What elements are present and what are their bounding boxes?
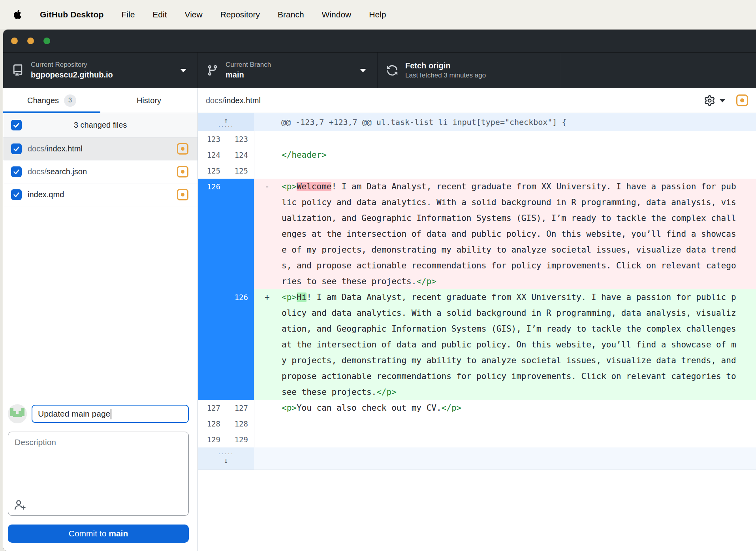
new-line-number[interactable]: 129: [226, 432, 254, 447]
toolbar-filler: [560, 53, 756, 88]
window-title-bar[interactable]: [3, 30, 756, 52]
expand-down-control[interactable]: ·····↓: [198, 447, 254, 470]
gear-icon: [704, 95, 715, 106]
new-line-number[interactable]: 126: [226, 289, 254, 305]
new-line-number[interactable]: [226, 337, 254, 353]
new-line-number[interactable]: 123: [226, 131, 254, 147]
new-line-number[interactable]: 127: [226, 400, 254, 416]
main-content: Changes 3 History 3 changed files docs/i…: [3, 88, 756, 551]
description-input[interactable]: [8, 432, 189, 516]
diff-line-content: lic policy and data analytics. With a so…: [254, 194, 756, 210]
changed-files-list: docs/index.htmldocs/search.jsonindex.qmd: [3, 138, 197, 206]
current-branch-button[interactable]: Current Branch main: [197, 53, 377, 88]
new-line-number[interactable]: [226, 226, 254, 242]
hunk-header-row: ↑·····@@ -123,7 +123,7 @@ ul.task-list l…: [198, 113, 756, 131]
old-line-number[interactable]: [198, 353, 226, 368]
diff-line: at the intersection of data and public p…: [198, 337, 756, 353]
tab-changes-label: Changes: [27, 96, 59, 105]
current-repository-button[interactable]: Current Repository bgpopescu2.github.io: [3, 53, 197, 88]
menu-item-help[interactable]: Help: [369, 10, 386, 19]
file-row[interactable]: docs/search.json: [3, 160, 197, 183]
menu-app-name[interactable]: GitHub Desktop: [40, 10, 103, 19]
diff-options-button[interactable]: [704, 95, 726, 106]
old-line-number[interactable]: 124: [198, 147, 226, 163]
new-line-number[interactable]: [226, 321, 254, 337]
new-line-number[interactable]: [226, 368, 254, 384]
old-line-number[interactable]: [198, 305, 226, 321]
new-line-number[interactable]: [226, 194, 254, 210]
new-line-number[interactable]: [226, 210, 254, 226]
old-line-number[interactable]: [198, 274, 226, 289]
file-name-label: docs/index.html: [28, 144, 83, 153]
old-line-number[interactable]: 128: [198, 416, 226, 432]
modified-status-icon: [177, 166, 188, 177]
summary-input[interactable]: Updated main page: [32, 405, 189, 423]
old-line-number[interactable]: [198, 337, 226, 353]
old-line-number[interactable]: 126: [198, 179, 226, 194]
minimize-window-button[interactable]: [27, 38, 34, 44]
new-line-number[interactable]: 124: [226, 147, 254, 163]
diff-line-content: olicy and data analytics. With a solid b…: [254, 305, 756, 321]
old-line-number[interactable]: [198, 242, 226, 258]
new-line-number[interactable]: [226, 384, 254, 400]
new-line-number[interactable]: 125: [226, 163, 254, 179]
tab-changes[interactable]: Changes 3: [3, 88, 100, 113]
file-row[interactable]: index.qmd: [3, 183, 197, 206]
old-line-number[interactable]: [198, 368, 226, 384]
diff-line: lic policy and data analytics. With a so…: [198, 194, 756, 210]
menu-item-window[interactable]: Window: [322, 10, 352, 19]
new-line-number[interactable]: [226, 242, 254, 258]
new-line-number[interactable]: [226, 258, 254, 274]
old-line-number[interactable]: [198, 258, 226, 274]
zoom-window-button[interactable]: [43, 38, 50, 44]
new-line-number[interactable]: [226, 274, 254, 289]
diff-line-content: enges at the intersection of data and pu…: [254, 226, 756, 242]
commit-to-main-button[interactable]: Commit to main: [8, 525, 189, 543]
diff-line-content: ation, and Geographic Information System…: [254, 321, 756, 337]
old-line-number[interactable]: [198, 289, 226, 305]
select-all-checkbox[interactable]: [11, 120, 22, 130]
new-line-number[interactable]: 128: [226, 416, 254, 432]
checkmark-icon: [13, 191, 20, 198]
file-checkbox[interactable]: [11, 166, 22, 177]
file-checkbox[interactable]: [11, 189, 22, 200]
diff-line: 125125: [198, 163, 756, 179]
menu-item-edit[interactable]: Edit: [152, 10, 167, 19]
menu-item-branch[interactable]: Branch: [278, 10, 304, 19]
menu-item-repository[interactable]: Repository: [220, 10, 260, 19]
old-line-number[interactable]: 123: [198, 131, 226, 147]
old-line-number[interactable]: 125: [198, 163, 226, 179]
diff-line: 127127<p>You can also check out my CV.</…: [198, 400, 756, 416]
file-row[interactable]: docs/index.html: [3, 138, 197, 160]
expand-down-icon: ↓: [224, 457, 228, 464]
fetch-origin-button[interactable]: Fetch origin Last fetched 3 minutes ago: [377, 53, 560, 88]
diff-line-content: ries to see these projects.</p>: [254, 274, 756, 289]
old-line-number[interactable]: 127: [198, 400, 226, 416]
fetch-origin-sublabel: Last fetched 3 minutes ago: [405, 71, 486, 80]
diff-line: e of my projects, demonstrating my abili…: [198, 242, 756, 258]
modified-status-icon: [177, 143, 188, 155]
old-line-number[interactable]: [198, 194, 226, 210]
old-line-number[interactable]: [198, 384, 226, 400]
new-line-number[interactable]: [226, 305, 254, 321]
tab-history[interactable]: History: [100, 88, 197, 113]
current-repository-value: bgpopescu2.github.io: [31, 70, 113, 80]
menu-item-file[interactable]: File: [121, 10, 135, 19]
select-all-row[interactable]: 3 changed files: [3, 113, 197, 138]
menu-item-view[interactable]: View: [185, 10, 203, 19]
close-window-button[interactable]: [11, 38, 18, 44]
new-line-number[interactable]: [226, 179, 254, 194]
apple-menu-icon[interactable]: [13, 9, 22, 20]
file-checkbox[interactable]: [11, 143, 22, 154]
file-name-label: docs/search.json: [28, 167, 87, 176]
diff-line-content: at the intersection of data and public p…: [254, 337, 756, 353]
diff-line: olicy and data analytics. With a solid b…: [198, 305, 756, 321]
add-coauthor-icon[interactable]: [14, 498, 26, 511]
expand-up-control[interactable]: ↑·····: [198, 113, 254, 131]
old-line-number[interactable]: [198, 210, 226, 226]
new-line-number[interactable]: [226, 353, 254, 368]
old-line-number[interactable]: [198, 226, 226, 242]
old-line-number[interactable]: [198, 321, 226, 337]
diff-line-content: e of my projects, demonstrating my abili…: [254, 242, 756, 258]
old-line-number[interactable]: 129: [198, 432, 226, 447]
